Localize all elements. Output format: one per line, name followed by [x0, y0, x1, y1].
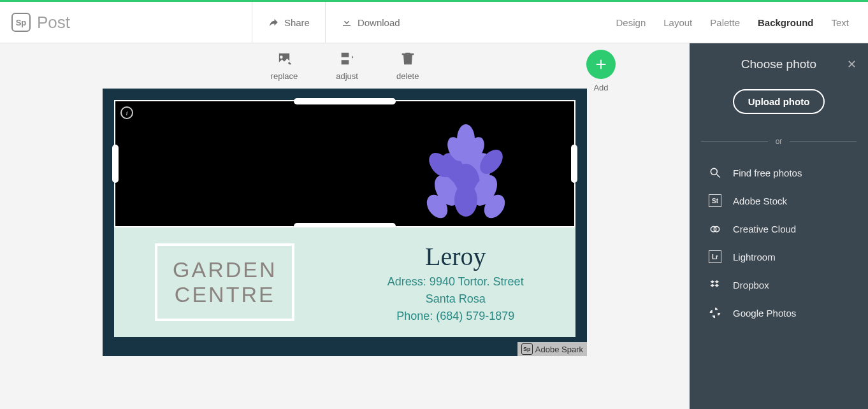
source-find-free-photos[interactable]: Find free photos	[709, 166, 857, 179]
dropbox-icon	[709, 278, 721, 291]
top-tabs: Design Layout Palette Background Text	[597, 17, 868, 28]
spark-logo-icon: Sp	[11, 13, 31, 32]
svg-line-15	[717, 175, 720, 178]
source-dropbox[interactable]: Dropbox	[709, 278, 857, 291]
resize-handle-right[interactable]	[571, 145, 577, 183]
share-label: Share	[284, 17, 310, 28]
tab-text[interactable]: Text	[832, 17, 850, 28]
card-phone[interactable]: Phone: (684) 579-1879	[396, 310, 514, 323]
garden-centre-box[interactable]: GARDEN CENTRE	[155, 243, 294, 321]
delete-tool[interactable]: delete	[396, 50, 419, 81]
search-icon	[709, 166, 721, 179]
replace-icon	[275, 50, 293, 68]
watermark-text: Adobe Spark	[535, 345, 583, 354]
delete-label: delete	[396, 71, 419, 81]
adjust-icon	[338, 50, 356, 68]
box-line-2: CENTRE	[173, 282, 277, 307]
source-creative-cloud[interactable]: Creative Cloud	[709, 222, 857, 235]
svg-point-14	[711, 168, 717, 175]
download-label: Download	[358, 17, 400, 28]
tab-background[interactable]: Background	[758, 17, 814, 28]
creative-cloud-icon	[709, 222, 721, 235]
lightroom-icon: Lr	[709, 250, 721, 263]
source-google-photos[interactable]: Google Photos	[709, 306, 857, 319]
download-icon	[341, 17, 352, 28]
share-button[interactable]: Share	[252, 2, 325, 43]
replace-label: replace	[271, 71, 298, 81]
sidebar-panel: Choose photo ✕ Upload photo or Find free…	[690, 43, 868, 409]
add-label: Add	[593, 83, 608, 92]
adjust-label: adjust	[336, 71, 358, 81]
source-label: Find free photos	[733, 168, 802, 178]
sidebar-title: Choose photo	[741, 57, 816, 71]
source-label: Creative Cloud	[733, 224, 796, 234]
source-label: Google Photos	[733, 308, 796, 319]
google-photos-icon	[709, 306, 721, 319]
design-canvas[interactable]: i	[103, 89, 587, 356]
card-city[interactable]: Santa Rosa	[426, 292, 486, 306]
top-bar: Sp Post Share Download Design Layout Pal…	[0, 2, 868, 43]
divider-or: or	[776, 137, 783, 146]
source-lightroom[interactable]: Lr Lightroom	[709, 250, 857, 263]
flower-photo	[396, 101, 536, 229]
delete-icon	[399, 50, 417, 68]
app-title: Post	[37, 13, 70, 32]
tab-design[interactable]: Design	[616, 17, 646, 28]
source-label: Adobe Stock	[733, 196, 787, 206]
replace-tool[interactable]: replace	[271, 50, 298, 81]
card-name[interactable]: Leroy	[425, 241, 486, 271]
tab-palette[interactable]: Palette	[710, 17, 740, 28]
app-logo: Sp Post	[0, 13, 70, 32]
close-icon[interactable]: ✕	[847, 57, 857, 71]
card-address[interactable]: Adress: 9940 Tortor. Street	[387, 275, 524, 289]
plus-icon	[594, 57, 608, 71]
watermark[interactable]: Sp Adobe Spark	[517, 342, 587, 356]
tab-layout[interactable]: Layout	[663, 17, 692, 28]
svg-point-11	[454, 183, 477, 217]
download-button[interactable]: Download	[325, 2, 416, 43]
source-label: Dropbox	[733, 280, 769, 291]
share-icon	[268, 17, 279, 28]
source-adobe-stock[interactable]: St Adobe Stock	[709, 194, 857, 207]
canvas-toolbar: replace adjust delete Add	[103, 50, 587, 81]
spark-badge-icon: Sp	[521, 343, 533, 355]
box-line-1: GARDEN	[173, 257, 277, 282]
stock-icon: St	[709, 194, 721, 207]
card-lower-panel: GARDEN CENTRE Leroy Adress: 9940 Tortor.…	[114, 227, 575, 337]
add-button[interactable]	[586, 50, 616, 79]
photo-frame[interactable]: i	[114, 100, 575, 227]
info-icon[interactable]: i	[120, 106, 133, 119]
upload-photo-button[interactable]: Upload photo	[733, 89, 825, 114]
divider: or	[701, 137, 857, 146]
resize-handle-left[interactable]	[112, 145, 119, 183]
resize-handle-top[interactable]	[294, 98, 396, 104]
canvas-area: replace adjust delete Add i	[0, 43, 690, 409]
adjust-tool[interactable]: adjust	[336, 50, 358, 81]
source-label: Lightroom	[733, 252, 776, 262]
